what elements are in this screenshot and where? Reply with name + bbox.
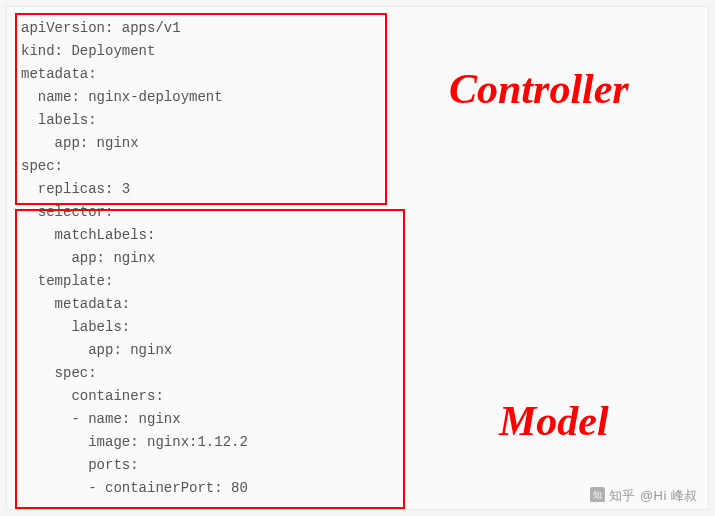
model-label: Model <box>499 397 609 445</box>
diagram-canvas: apiVersion: apps/v1 kind: Deployment met… <box>6 6 709 510</box>
watermark-site: 知乎 <box>609 488 636 503</box>
model-region-box <box>15 209 405 509</box>
watermark-author: @Hi 峰叔 <box>640 488 698 503</box>
zhihu-icon: 知 <box>590 487 605 502</box>
controller-region-box <box>15 13 387 205</box>
svg-text:知: 知 <box>593 490 602 500</box>
controller-label: Controller <box>449 65 629 113</box>
watermark: 知 知乎 @Hi 峰叔 <box>590 487 698 505</box>
